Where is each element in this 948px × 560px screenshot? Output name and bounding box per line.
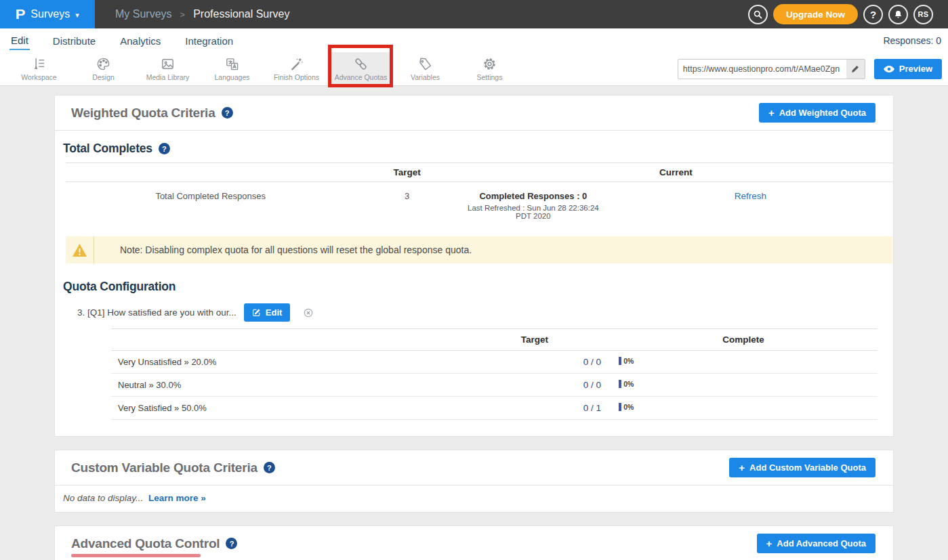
total-completed-responses-label: Total Completed Responses	[66, 182, 355, 228]
breadcrumb-separator: >	[180, 9, 186, 20]
notifications-button[interactable]	[888, 5, 908, 24]
plus-icon: +	[768, 107, 775, 119]
total-completes-title: Total Completes	[63, 142, 152, 156]
edit-url-button[interactable]	[846, 64, 865, 74]
custom-variable-quota-card: Custom Variable Quota Criteria ? + Add C…	[54, 450, 894, 513]
toolbar-item-media-library[interactable]: Media Library	[136, 52, 200, 85]
breadcrumb-current-survey: Professional Survey	[193, 8, 289, 20]
progress-bar	[619, 380, 621, 388]
toolbar-item-settings[interactable]: Settings	[457, 52, 522, 85]
help-icon[interactable]: ?	[226, 538, 237, 549]
column-header-target: Target	[355, 163, 459, 182]
media-library-icon	[160, 56, 176, 72]
preview-button[interactable]: Preview	[874, 59, 942, 79]
current-cell: Completed Responses : 0 Last Refreshed :…	[459, 182, 608, 228]
add-custom-variable-quota-button[interactable]: + Add Custom Variable Quota	[729, 458, 875, 477]
survey-url-box	[678, 59, 865, 79]
plus-icon: +	[739, 462, 745, 473]
quota-row-very-unsatisfied: Very Unsatisfied » 20.0% 0 / 0 0%	[111, 351, 878, 374]
surveys-menu-label: Surveys	[30, 8, 70, 20]
advanced-quota-title: Advanced Quota Control	[71, 536, 220, 551]
note-text: Note: Disabling complex quota for all qu…	[120, 244, 472, 255]
topbar-actions: Upgrade Now ? RS	[748, 0, 948, 28]
custom-variable-quota-header: Custom Variable Quota Criteria ? + Add C…	[55, 450, 893, 486]
add-weighted-quota-button[interactable]: + Add Weighted Quota	[759, 103, 875, 123]
survey-nav-tabs: Edit Distribute Analytics Integration Re…	[0, 28, 948, 52]
settings-icon	[482, 56, 497, 72]
empty-state: No data to display... Learn more »	[55, 486, 893, 512]
toolbar-item-workspace[interactable]: Workspace	[7, 52, 71, 85]
quota-configuration-title: Quota Configuration	[63, 280, 176, 294]
toolbar-item-finish-options[interactable]: Finish Options	[264, 52, 329, 85]
help-icon[interactable]: ?	[264, 462, 275, 473]
last-refreshed-timestamp: Last Refreshed : Sun Jun 28 22:36:24 PDT…	[459, 204, 608, 220]
eye-icon	[884, 65, 894, 73]
help-icon[interactable]: ?	[222, 107, 233, 119]
pencil-icon	[850, 64, 860, 74]
note-banner: Note: Disabling complex quota for all qu…	[66, 236, 892, 263]
questionpro-logo-icon: P	[16, 6, 26, 22]
target-value: 3	[355, 182, 459, 228]
toolbar-item-variables[interactable]: Variables	[393, 52, 457, 85]
edit-toolbar: Workspace Design Media Library Languages…	[0, 52, 948, 86]
search-button[interactable]	[748, 5, 768, 24]
warning-icon	[72, 243, 87, 257]
bell-icon	[893, 9, 903, 20]
responses-count: Responses: 0	[883, 35, 941, 46]
toolbar-item-languages[interactable]: Languages	[200, 52, 264, 85]
questionpro-app: P Surveys ▾ My Surveys > Professional Su…	[0, 0, 948, 560]
advanced-quota-card: Advanced Quota Control ? + Add Advanced …	[54, 525, 894, 560]
remove-quota-icon[interactable]	[303, 307, 314, 318]
chevron-down-icon: ▾	[75, 11, 79, 20]
no-data-text: No data to display...	[63, 493, 143, 503]
tab-distribute[interactable]: Distribute	[51, 31, 97, 49]
survey-url-input[interactable]	[678, 60, 846, 79]
toolbar-right: Preview	[678, 52, 948, 85]
quota-row-neutral: Neutral » 30.0% 0 / 0 0%	[111, 374, 878, 397]
advance-quotas-page: Weighted Quota Criteria ? + Add Weighted…	[0, 86, 948, 560]
annotation-pink-underline	[71, 554, 201, 557]
weighted-quota-title: Weighted Quota Criteria	[71, 106, 215, 121]
breadcrumb: My Surveys > Professional Survey	[95, 0, 289, 28]
weighted-quota-card: Weighted Quota Criteria ? + Add Weighted…	[54, 95, 894, 437]
learn-more-link[interactable]: Learn more »	[148, 493, 206, 503]
variables-icon	[417, 56, 433, 72]
top-navbar: P Surveys ▾ My Surveys > Professional Su…	[0, 0, 948, 28]
upgrade-now-button[interactable]: Upgrade Now	[773, 4, 858, 24]
custom-variable-quota-title: Custom Variable Quota Criteria	[71, 460, 257, 475]
column-header-current: Current	[459, 163, 893, 182]
toolbar-item-advance-quotas[interactable]: Advance Quotas	[329, 52, 393, 85]
finish-options-icon	[289, 56, 304, 72]
column-header-complete: Complete	[609, 329, 878, 351]
plus-icon: +	[766, 538, 772, 549]
help-button[interactable]: ?	[863, 5, 883, 24]
advanced-quota-header: Advanced Quota Control ? + Add Advanced …	[55, 526, 893, 560]
avatar[interactable]: RS	[913, 5, 933, 24]
toolbar-item-design[interactable]: Design	[71, 52, 136, 85]
completed-responses-value: Completed Responses : 0	[459, 191, 608, 201]
weighted-quota-header: Weighted Quota Criteria ? + Add Weighted…	[55, 95, 893, 131]
workspace-icon	[31, 56, 47, 72]
search-icon	[753, 9, 763, 20]
help-icon[interactable]: ?	[159, 143, 170, 154]
edit-question-quota-button[interactable]: Edit	[244, 303, 291, 322]
breadcrumb-my-surveys[interactable]: My Surveys	[115, 8, 172, 20]
surveys-menu[interactable]: P Surveys ▾	[0, 0, 95, 28]
add-advanced-quota-button[interactable]: + Add Advanced Quota	[757, 534, 875, 553]
tab-integration[interactable]: Integration	[184, 31, 234, 49]
progress-bar	[619, 403, 621, 411]
languages-icon	[224, 56, 240, 72]
design-icon	[96, 56, 111, 72]
refresh-link[interactable]: Refresh	[735, 191, 766, 201]
column-header-target: Target	[460, 329, 610, 351]
edit-icon	[252, 308, 261, 317]
quota-configuration-table: Target Complete Very Unsatisfied » 20.0%…	[111, 328, 878, 420]
question-quota-row: 3. [Q1] How satisfied are you with our..…	[77, 303, 893, 322]
advance-quotas-icon	[353, 56, 369, 72]
tab-edit[interactable]: Edit	[9, 30, 30, 50]
table-row: Total Completed Responses 3 Completed Re…	[66, 182, 893, 228]
total-completes-table: Target Current Total Completed Responses…	[66, 163, 893, 227]
question-label: 3. [Q1] How satisfied are you with our..…	[77, 307, 236, 318]
progress-bar	[619, 357, 621, 365]
tab-analytics[interactable]: Analytics	[119, 31, 162, 49]
